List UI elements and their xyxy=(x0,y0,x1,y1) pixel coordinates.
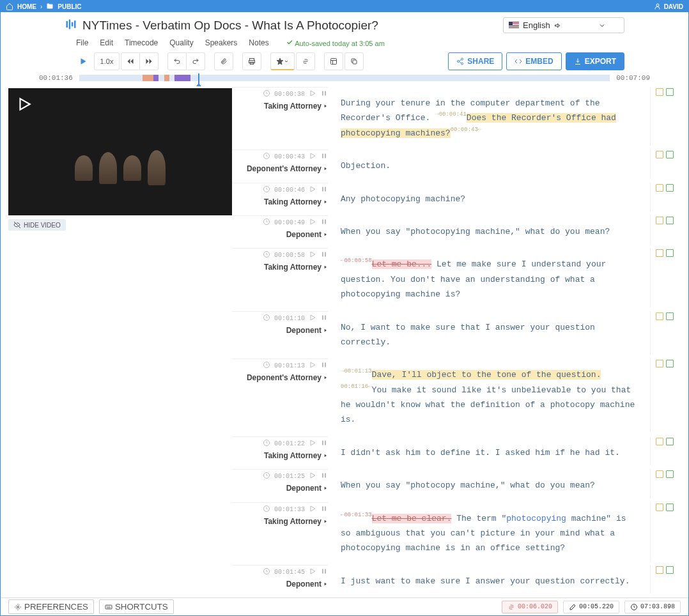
entry-speaker[interactable]: Taking Attorney xyxy=(264,451,328,460)
entry-speaker[interactable]: Taking Attorney xyxy=(264,517,328,526)
check-marker-icon[interactable] xyxy=(666,249,674,257)
topbar-user[interactable]: DAVID xyxy=(654,3,683,10)
highlight-button[interactable] xyxy=(270,52,295,70)
check-marker-icon[interactable] xyxy=(666,217,674,224)
entry-speaker[interactable]: Deponent's Attorney xyxy=(247,164,328,173)
hide-video-button[interactable]: HIDE VIDEO xyxy=(8,219,66,231)
entry-speaker[interactable]: Taking Attorney xyxy=(264,197,328,206)
play-entry-button[interactable] xyxy=(309,314,316,323)
entry-text[interactable]: When you say "photocopying machine," wha… xyxy=(334,215,645,244)
play-entry-button[interactable] xyxy=(309,152,316,162)
play-entry-button[interactable] xyxy=(309,439,316,449)
pause-entry-button[interactable] xyxy=(320,439,328,449)
language-select[interactable]: English xyxy=(503,17,624,33)
pause-entry-button[interactable] xyxy=(320,361,328,371)
entry-text[interactable]: Any photocopying machine? xyxy=(334,183,645,212)
check-marker-icon[interactable] xyxy=(666,566,674,574)
undo-button[interactable] xyxy=(167,52,187,70)
speed-button[interactable]: 1.0x xyxy=(94,52,120,70)
entry-speaker[interactable]: Taking Attorney xyxy=(264,263,328,272)
attach-button[interactable] xyxy=(214,52,233,70)
play-entry-button[interactable] xyxy=(309,361,316,371)
menu-quality[interactable]: Quality xyxy=(169,38,193,47)
pause-entry-button[interactable] xyxy=(320,567,328,577)
export-button[interactable]: EXPORT xyxy=(566,52,624,70)
entry-text[interactable]: During your tenure in the computer depar… xyxy=(334,87,645,146)
entry-text[interactable]: Objection. xyxy=(334,150,645,178)
video-player[interactable] xyxy=(8,88,232,215)
redo-button[interactable] xyxy=(187,52,205,70)
play-entry-button[interactable] xyxy=(309,89,316,99)
entry-text[interactable]: No, I want to make sure that I answer yo… xyxy=(334,311,645,355)
entry-text[interactable]: I didn't ask him to define it. I asked h… xyxy=(334,436,645,465)
forward-button[interactable] xyxy=(140,52,159,70)
menu-timecode[interactable]: Timecode xyxy=(125,38,158,47)
entry-speaker[interactable]: Deponent xyxy=(286,230,328,239)
share-button[interactable]: SHARE xyxy=(448,52,502,70)
pause-entry-button[interactable] xyxy=(320,314,328,323)
caret-right-icon xyxy=(323,453,328,458)
note-marker-icon[interactable] xyxy=(656,249,663,257)
transcript[interactable]: 00:00:38Taking Attorney During your tenu… xyxy=(232,82,688,597)
preferences-button[interactable]: PREFERENCES xyxy=(8,599,94,614)
note-marker-icon[interactable] xyxy=(656,470,663,478)
check-marker-icon[interactable] xyxy=(666,504,674,511)
svg-rect-1 xyxy=(66,21,68,27)
rewind-button[interactable] xyxy=(121,52,140,70)
play-entry-button[interactable] xyxy=(309,472,316,481)
menu-notes[interactable]: Notes xyxy=(249,38,268,47)
entry-text[interactable]: →00:01:13Dave, I'll object to the tone o… xyxy=(334,358,645,433)
pause-entry-button[interactable] xyxy=(320,250,328,260)
entry-text[interactable]: ←00:00:58Let me be... Let me make sure I… xyxy=(334,248,645,307)
note-marker-icon[interactable] xyxy=(656,504,663,511)
copy-button[interactable] xyxy=(344,52,364,70)
check-marker-icon[interactable] xyxy=(666,88,674,96)
play-entry-button[interactable] xyxy=(309,218,316,227)
pause-entry-button[interactable] xyxy=(320,505,328,514)
inline-timecode: →00:01:13 xyxy=(341,368,372,374)
check-marker-icon[interactable] xyxy=(666,312,674,320)
note-marker-icon[interactable] xyxy=(656,151,663,158)
pause-entry-button[interactable] xyxy=(320,472,328,481)
menu-file[interactable]: File xyxy=(76,38,88,47)
play-button[interactable] xyxy=(74,52,93,70)
note-marker-icon[interactable] xyxy=(656,184,663,192)
play-entry-button[interactable] xyxy=(309,567,316,577)
entry-speaker[interactable]: Deponent xyxy=(286,484,328,493)
pause-entry-button[interactable] xyxy=(320,152,328,162)
entry-speaker[interactable]: Deponent's Attorney xyxy=(247,373,328,382)
pause-entry-button[interactable] xyxy=(320,185,328,195)
menu-speakers[interactable]: Speakers xyxy=(205,38,238,47)
play-entry-button[interactable] xyxy=(309,185,316,195)
pause-entry-button[interactable] xyxy=(320,218,328,227)
strikethrough-button[interactable] xyxy=(296,52,315,70)
embed-button[interactable]: EMBED xyxy=(506,52,561,70)
check-marker-icon[interactable] xyxy=(666,470,674,478)
note-marker-icon[interactable] xyxy=(656,360,663,367)
note-marker-icon[interactable] xyxy=(656,88,663,96)
note-marker-icon[interactable] xyxy=(656,438,663,445)
shortcuts-button[interactable]: SHORTCUTS xyxy=(99,599,174,614)
print-button[interactable] xyxy=(242,52,261,70)
entry-speaker[interactable]: Deponent xyxy=(286,326,328,335)
timeline[interactable] xyxy=(79,75,610,81)
play-entry-button[interactable] xyxy=(309,505,316,514)
layout-button[interactable] xyxy=(324,52,343,70)
check-marker-icon[interactable] xyxy=(666,360,674,367)
entry-text[interactable]: I just want to make sure I answer your q… xyxy=(334,565,645,594)
note-marker-icon[interactable] xyxy=(656,312,663,320)
breadcrumb-home[interactable]: HOME xyxy=(17,3,36,10)
note-marker-icon[interactable] xyxy=(656,217,663,224)
breadcrumb-public[interactable]: PUBLIC xyxy=(58,3,81,10)
entry-speaker[interactable]: Deponent xyxy=(286,580,328,589)
entry-speaker[interactable]: Taking Attorney xyxy=(264,102,328,111)
entry-text[interactable]: When you say "photocopy machine," what d… xyxy=(334,469,645,498)
play-entry-button[interactable] xyxy=(309,250,316,260)
check-marker-icon[interactable] xyxy=(666,151,674,158)
entry-text[interactable]: ←00:01:33Let me be clear. The term "phot… xyxy=(334,502,645,561)
menu-edit[interactable]: Edit xyxy=(100,38,113,47)
pause-entry-button[interactable] xyxy=(320,89,328,99)
check-marker-icon[interactable] xyxy=(666,438,674,445)
check-marker-icon[interactable] xyxy=(666,184,674,192)
note-marker-icon[interactable] xyxy=(656,566,663,574)
